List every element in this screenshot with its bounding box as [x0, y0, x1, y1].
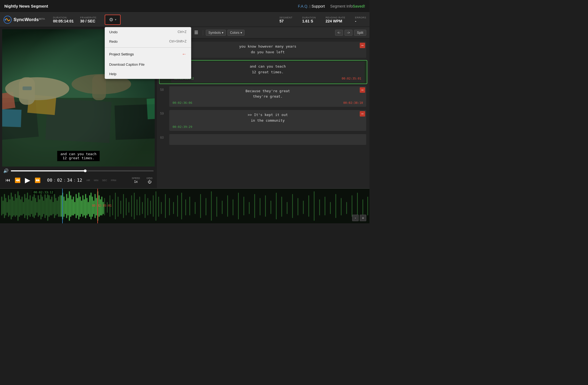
nav-back-button[interactable]: <- — [335, 30, 343, 36]
delete-caption-button-59[interactable]: -- — [360, 111, 365, 117]
settings-button[interactable]: ⚙ ▾ — [105, 15, 121, 25]
arrow-right-icon: ← — [182, 51, 187, 57]
tc-start-58: 00:02:36:06 — [173, 101, 192, 105]
svg-rect-34 — [26, 198, 27, 215]
svg-rect-66 — [69, 191, 70, 221]
svg-rect-121 — [195, 202, 196, 214]
play-button[interactable]: ▶ — [24, 175, 31, 185]
delete-caption-button-58[interactable]: -- — [360, 87, 365, 93]
svg-rect-37 — [30, 195, 31, 217]
svg-rect-64 — [66, 194, 67, 218]
undo-item[interactable]: Undo Ctrl+Z — [105, 27, 191, 37]
svg-rect-70 — [74, 202, 75, 214]
caption-content-60[interactable] — [169, 134, 366, 145]
svg-rect-111 — [156, 191, 156, 221]
grid-control[interactable]: GRID ⏻ — [147, 177, 153, 184]
svg-rect-62 — [64, 197, 64, 217]
svg-rect-148 — [341, 198, 342, 215]
svg-rect-16 — [1, 197, 2, 215]
logo-icon — [3, 15, 12, 24]
svg-rect-98 — [120, 201, 121, 214]
svg-rect-131 — [249, 202, 250, 214]
top-bar: Nightly News Segment F.A.Q. | Support Se… — [0, 0, 369, 12]
svg-rect-115 — [169, 198, 170, 215]
svg-rect-12 — [19, 77, 35, 105]
svg-rect-125 — [216, 197, 217, 217]
caption-num-60: 60 — [160, 134, 167, 145]
toolbar-separator-2 — [203, 30, 203, 35]
redo-item[interactable]: Redo Ctrl+Shift+Z — [105, 37, 191, 46]
svg-rect-105 — [139, 197, 140, 215]
svg-rect-108 — [147, 198, 148, 215]
svg-rect-137 — [281, 197, 282, 217]
svg-rect-101 — [128, 202, 129, 213]
caption-content-58[interactable]: Because they're greatthey're great. 00:0… — [169, 86, 366, 107]
svg-rect-122 — [200, 194, 201, 218]
zoom-out-button[interactable]: - — [352, 215, 359, 221]
svg-rect-18 — [4, 194, 5, 218]
rewind-button[interactable]: ⏪ — [14, 177, 22, 184]
svg-rect-134 — [265, 195, 266, 217]
video-subtitle: and can you teach 12 great times. — [57, 151, 100, 161]
caption-content-57-active[interactable]: and can you teach12 great times. 00:02:3… — [171, 62, 365, 82]
header-bar: SyncWordsBETA DURATION: 00:05:14:01 FRAM… — [0, 12, 369, 27]
svg-rect-36 — [28, 199, 29, 215]
split-button[interactable]: Split — [354, 30, 366, 36]
svg-rect-73 — [78, 193, 79, 219]
svg-rect-32 — [23, 202, 24, 214]
svg-rect-72 — [77, 198, 78, 215]
segment-info-link[interactable]: Segment Info — [330, 4, 353, 8]
svg-rect-60 — [61, 195, 62, 217]
svg-rect-44 — [39, 199, 40, 215]
download-caption-item[interactable]: Download Caption File — [105, 60, 191, 69]
seek-bar[interactable] — [11, 170, 154, 171]
waveform-tc-start: 00:02:33:12 — [32, 190, 54, 194]
svg-rect-14 — [22, 87, 32, 90]
svg-rect-144 — [319, 199, 320, 215]
transport-bar: ⏮ ⏪ ▶ ⏩ 00 : 02 : 34 : 12 HR MIN SEC FRM — [2, 174, 155, 186]
svg-rect-147 — [335, 194, 336, 218]
faq-link[interactable]: F.A.Q. — [298, 4, 308, 8]
svg-rect-31 — [22, 197, 22, 215]
nav-forward-button[interactable]: -> — [345, 30, 352, 36]
svg-rect-130 — [243, 197, 244, 215]
svg-rect-27 — [16, 198, 17, 215]
svg-rect-123 — [206, 198, 206, 215]
caption-content-57-top[interactable]: you know however many yearsdo you have l… — [169, 42, 366, 58]
timecode-labels: HR MIN SEC FRM — [87, 179, 116, 182]
svg-rect-38 — [31, 201, 32, 214]
svg-rect-112 — [158, 197, 159, 217]
fast-forward-button[interactable]: ⏩ — [34, 177, 42, 184]
svg-rect-133 — [260, 198, 260, 215]
svg-rect-13 — [92, 75, 106, 100]
svg-rect-9 — [147, 97, 155, 119]
project-title: Nightly News Segment — [4, 4, 298, 8]
caption-timecodes-58: 00:02:36:06 00:02:38:10 — [173, 101, 363, 105]
volume-icon[interactable]: 🔊 — [3, 168, 9, 173]
tc-start-59: 00:02:39:29 — [173, 125, 192, 129]
svg-rect-24 — [12, 197, 13, 217]
svg-rect-56 — [55, 198, 56, 215]
svg-rect-135 — [270, 201, 271, 214]
svg-rect-50 — [47, 191, 48, 221]
project-settings-item[interactable]: Project Settings ← — [105, 49, 191, 60]
waveform-svg — [0, 189, 369, 223]
help-item[interactable]: Help — [105, 69, 191, 79]
zoom-in-button[interactable]: + — [360, 215, 366, 221]
errors-stat: ERRORS - — [355, 16, 366, 23]
symbols-dropdown[interactable]: Symbols ▾ — [206, 30, 226, 36]
svg-rect-76 — [82, 195, 83, 217]
skip-to-start-button[interactable]: ⏮ — [4, 177, 11, 184]
align-right-button[interactable]: ☰ — [192, 29, 200, 36]
segment-stat: SEGMENT 57 — [279, 16, 292, 23]
waveform-area[interactable]: 00:02:33:12 00:02:35:01 - + — [0, 188, 369, 223]
delete-caption-button-57-top[interactable]: -- — [360, 43, 365, 48]
power-icon[interactable]: ⏻ — [148, 180, 151, 184]
colors-dropdown[interactable]: Colors ▾ — [227, 30, 245, 36]
support-link[interactable]: Support — [312, 4, 325, 8]
caption-text-58: Because they're greatthey're great. — [173, 88, 363, 100]
caption-row-59: 59 >> It's kept it outin the community 0… — [157, 109, 369, 132]
svg-rect-48 — [45, 194, 45, 218]
svg-rect-128 — [233, 199, 233, 215]
caption-content-59[interactable]: >> It's kept it outin the community 00:0… — [169, 110, 366, 131]
